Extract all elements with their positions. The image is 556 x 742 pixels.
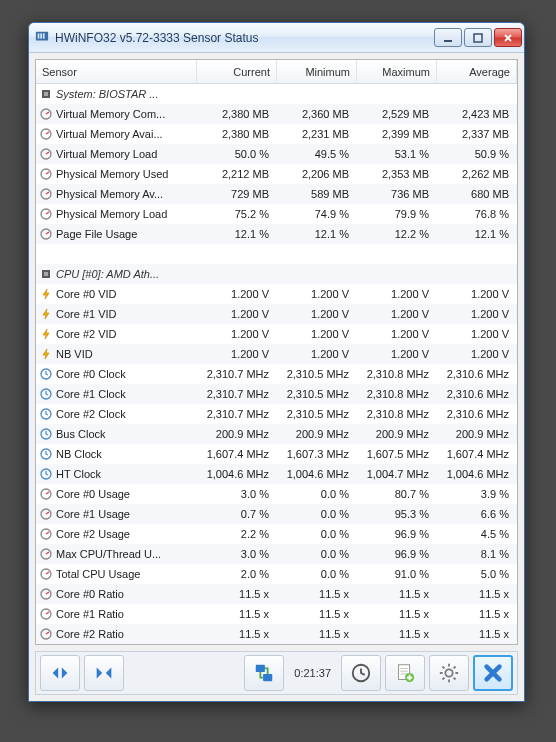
value-current: 1.200 V — [197, 288, 277, 300]
clockring-icon — [40, 388, 52, 400]
gauge-icon — [40, 188, 52, 200]
sensor-row[interactable]: Core #2 Ratio11.5 x11.5 x11.5 x11.5 x — [36, 624, 517, 644]
sensor-row[interactable]: Max CPU/Thread U...3.0 %0.0 %96.9 %8.1 % — [36, 544, 517, 564]
log-button[interactable] — [385, 655, 425, 691]
value-current: 2.0 % — [197, 568, 277, 580]
col-minimum[interactable]: Minimum — [277, 60, 357, 83]
sensor-name: Core #0 VID — [56, 288, 117, 300]
sensor-name: Virtual Memory Com... — [56, 108, 165, 120]
value-avg: 1.200 V — [437, 328, 517, 340]
value-avg: 11.5 x — [437, 628, 517, 640]
value-max: 736 MB — [357, 188, 437, 200]
close-button[interactable] — [494, 28, 522, 47]
sensor-row[interactable]: Virtual Memory Load50.0 %49.5 %53.1 %50.… — [36, 144, 517, 164]
value-min: 200.9 MHz — [277, 428, 357, 440]
value-max: 2,353 MB — [357, 168, 437, 180]
sensor-name: Physical Memory Used — [56, 168, 168, 180]
settings-button[interactable] — [429, 655, 469, 691]
sensor-name: NB Clock — [56, 448, 102, 460]
sensor-row[interactable]: NB VID1.200 V1.200 V1.200 V1.200 V — [36, 344, 517, 364]
sensor-row[interactable]: Core #0 Clock2,310.7 MHz2,310.5 MHz2,310… — [36, 364, 517, 384]
sensor-row[interactable]: Core #2 VID1.200 V1.200 V1.200 V1.200 V — [36, 324, 517, 344]
sensor-row[interactable]: Virtual Memory Avai...2,380 MB2,231 MB2,… — [36, 124, 517, 144]
group-row[interactable]: System: BIOSTAR ... — [36, 84, 517, 104]
sensor-row[interactable]: Physical Memory Av...729 MB589 MB736 MB6… — [36, 184, 517, 204]
value-min: 1,607.3 MHz — [277, 448, 357, 460]
sensor-row[interactable]: Core #2 Usage2.2 %0.0 %96.9 %4.5 % — [36, 524, 517, 544]
sensor-name: Core #0 Ratio — [56, 588, 124, 600]
gauge-icon — [40, 168, 52, 180]
expand-button[interactable] — [40, 655, 80, 691]
col-maximum[interactable]: Maximum — [357, 60, 437, 83]
sensor-name: HT Clock — [56, 468, 101, 480]
value-current: 75.2 % — [197, 208, 277, 220]
col-sensor[interactable]: Sensor — [36, 60, 197, 83]
value-current: 2,310.7 MHz — [197, 408, 277, 420]
value-avg: 2,310.6 MHz — [437, 388, 517, 400]
sensor-name: Core #1 Usage — [56, 508, 130, 520]
sensor-row[interactable]: Core #1 Clock2,310.7 MHz2,310.5 MHz2,310… — [36, 384, 517, 404]
value-max: 79.9 % — [357, 208, 437, 220]
value-avg: 2,310.6 MHz — [437, 368, 517, 380]
sensor-row[interactable]: NB Clock1,607.4 MHz1,607.3 MHz1,607.5 MH… — [36, 444, 517, 464]
value-min: 2,231 MB — [277, 128, 357, 140]
value-avg: 11.5 x — [437, 588, 517, 600]
table-header[interactable]: Sensor Current Minimum Maximum Average — [36, 60, 517, 84]
sensor-row[interactable]: Bus Clock200.9 MHz200.9 MHz200.9 MHz200.… — [36, 424, 517, 444]
sensor-name: Core #2 Ratio — [56, 628, 124, 640]
sensor-row[interactable]: Core #0 Ratio11.5 x11.5 x11.5 x11.5 x — [36, 584, 517, 604]
sensor-name: Core #2 Clock — [56, 408, 126, 420]
chip-icon — [40, 268, 52, 280]
value-avg: 12.1 % — [437, 228, 517, 240]
value-current: 0.7 % — [197, 508, 277, 520]
sensor-row[interactable]: Virtual Memory Com...2,380 MB2,360 MB2,5… — [36, 104, 517, 124]
sensor-row[interactable]: Core #0 Usage3.0 %0.0 %80.7 %3.9 % — [36, 484, 517, 504]
value-avg: 680 MB — [437, 188, 517, 200]
value-max: 80.7 % — [357, 488, 437, 500]
spacer-row — [36, 244, 517, 264]
titlebar[interactable]: HWiNFO32 v5.72-3333 Sensor Status — [29, 23, 524, 53]
value-avg: 76.8 % — [437, 208, 517, 220]
collapse-button[interactable] — [84, 655, 124, 691]
value-min: 1.200 V — [277, 288, 357, 300]
bolt-icon — [40, 348, 52, 360]
sensor-row[interactable]: Physical Memory Load75.2 %74.9 %79.9 %76… — [36, 204, 517, 224]
sensor-row[interactable]: Core #0 VID1.200 V1.200 V1.200 V1.200 V — [36, 284, 517, 304]
refresh-button[interactable] — [244, 655, 284, 691]
sensor-row[interactable]: Page File Usage12.1 %12.1 %12.2 %12.1 % — [36, 224, 517, 244]
sensor-row[interactable]: Physical Memory Used2,212 MB2,206 MB2,35… — [36, 164, 517, 184]
value-current: 11.5 x — [197, 608, 277, 620]
sensor-row[interactable]: Core #2 Clock2,310.7 MHz2,310.5 MHz2,310… — [36, 404, 517, 424]
group-row[interactable]: CPU [#0]: AMD Ath... — [36, 264, 517, 284]
gauge-icon — [40, 588, 52, 600]
value-min: 2,206 MB — [277, 168, 357, 180]
value-avg: 2,423 MB — [437, 108, 517, 120]
value-min: 2,310.5 MHz — [277, 388, 357, 400]
sensor-name: CPU [#0]: AMD Ath... — [56, 268, 159, 280]
sensor-row[interactable]: Core #1 Ratio11.5 x11.5 x11.5 x11.5 x — [36, 604, 517, 624]
value-min: 0.0 % — [277, 488, 357, 500]
minimize-button[interactable] — [434, 28, 462, 47]
sensor-table: Sensor Current Minimum Maximum Average S… — [35, 59, 518, 645]
table-body[interactable]: System: BIOSTAR ...Virtual Memory Com...… — [36, 84, 517, 644]
value-min: 2,310.5 MHz — [277, 368, 357, 380]
value-current: 2.2 % — [197, 528, 277, 540]
value-max: 11.5 x — [357, 608, 437, 620]
sensor-row[interactable]: Total CPU Usage2.0 %0.0 %91.0 %5.0 % — [36, 564, 517, 584]
col-current[interactable]: Current — [197, 60, 277, 83]
col-average[interactable]: Average — [437, 60, 517, 83]
gauge-icon — [40, 148, 52, 160]
value-avg: 200.9 MHz — [437, 428, 517, 440]
value-current: 2,212 MB — [197, 168, 277, 180]
sensor-row[interactable]: Core #1 Usage0.7 %0.0 %95.3 %6.6 % — [36, 504, 517, 524]
value-max: 2,310.8 MHz — [357, 408, 437, 420]
maximize-button[interactable] — [464, 28, 492, 47]
value-min: 0.0 % — [277, 508, 357, 520]
close-sensors-button[interactable] — [473, 655, 513, 691]
sensor-row[interactable]: Core #1 VID1.200 V1.200 V1.200 V1.200 V — [36, 304, 517, 324]
value-current: 1.200 V — [197, 308, 277, 320]
value-current: 12.1 % — [197, 228, 277, 240]
clock-button[interactable] — [341, 655, 381, 691]
value-avg: 4.5 % — [437, 528, 517, 540]
sensor-row[interactable]: HT Clock1,004.6 MHz1,004.6 MHz1,004.7 MH… — [36, 464, 517, 484]
